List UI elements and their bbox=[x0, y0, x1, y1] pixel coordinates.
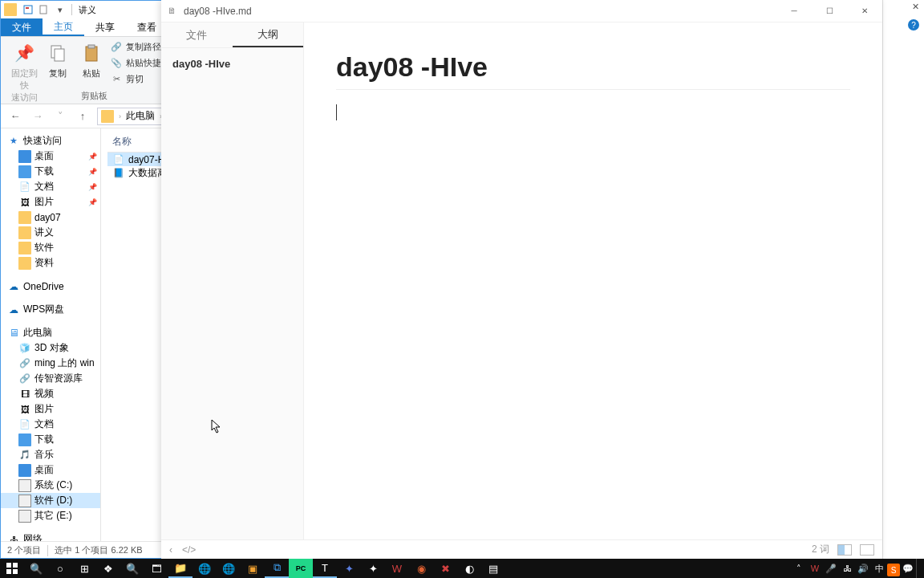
view-mode-icon[interactable] bbox=[860, 544, 874, 556]
navigation-pane[interactable]: ★快速访问 桌面📌 下载📌 📄文档📌 🖼图片📌 day07 讲义 软件 资料 ☁… bbox=[1, 128, 101, 541]
folder-icon bbox=[18, 211, 31, 224]
taskbar-app[interactable]: ▣ bbox=[241, 559, 265, 578]
sidebar-tabs: 文件 大纲 bbox=[161, 22, 303, 48]
taskbar-typora[interactable]: T bbox=[313, 559, 337, 578]
document-icon: 🗎 bbox=[168, 6, 179, 17]
svg-rect-2 bbox=[40, 6, 47, 14]
background-window-sliver: ✕ ? bbox=[882, 0, 924, 559]
typora-titlebar[interactable]: 🗎 day08 -HIve.md ─ ☐ ✕ bbox=[161, 0, 882, 22]
chevron-right-icon[interactable]: › bbox=[117, 112, 123, 120]
recent-dropdown[interactable]: ˅ bbox=[49, 107, 71, 126]
taskbar-app[interactable]: ▤ bbox=[481, 559, 505, 578]
editor-area[interactable]: day08 -HIve bbox=[304, 22, 882, 539]
tray-volume-icon[interactable]: 🔊 bbox=[855, 559, 871, 578]
close-button[interactable]: ✕ bbox=[847, 0, 882, 22]
breadcrumb-pc[interactable]: 此电脑 bbox=[123, 109, 158, 123]
taskbar-app[interactable]: W bbox=[385, 559, 409, 578]
maximize-button[interactable]: ☐ bbox=[812, 0, 847, 22]
tab-files[interactable]: 文件 bbox=[161, 22, 233, 47]
tray-icon[interactable]: W bbox=[807, 559, 823, 578]
taskview-button[interactable]: ⊞ bbox=[72, 559, 96, 578]
search-button[interactable]: 🔍 bbox=[24, 559, 48, 578]
tray-mic-icon[interactable]: 🎤 bbox=[823, 559, 839, 578]
nav-day07[interactable]: day07 bbox=[1, 210, 100, 225]
cortana-button[interactable]: ○ bbox=[48, 559, 72, 578]
nav-down2[interactable]: 下载 bbox=[1, 432, 100, 447]
nav-documents[interactable]: 📄文档📌 bbox=[1, 179, 100, 194]
taskbar-app[interactable]: ✦ bbox=[361, 559, 385, 578]
heading-1[interactable]: day08 -HIve bbox=[336, 51, 850, 90]
ribbon-group-label: 剪贴板 bbox=[4, 90, 184, 102]
nav-left-icon[interactable]: ‹ bbox=[169, 544, 172, 556]
nav-softd[interactable]: 软件 (D:) bbox=[1, 493, 100, 508]
nav-network[interactable]: 🖧网络 bbox=[1, 531, 100, 541]
folder-icon bbox=[4, 3, 17, 16]
nav-music[interactable]: 🎵音乐 bbox=[1, 447, 100, 462]
qat-new-icon[interactable] bbox=[38, 3, 51, 16]
tray-notifications-icon[interactable]: 💬 bbox=[900, 559, 916, 578]
taskbar-app[interactable]: 🗔 bbox=[144, 559, 168, 578]
nav-thispc[interactable]: 🖥此电脑 bbox=[1, 325, 100, 340]
taskbar-app[interactable]: ◉ bbox=[409, 559, 433, 578]
svg-rect-7 bbox=[6, 563, 11, 568]
help-icon[interactable]: ? bbox=[908, 19, 919, 31]
taskbar-app[interactable]: ◐ bbox=[457, 559, 481, 578]
taskbar-app[interactable]: ✖ bbox=[433, 559, 457, 578]
nav-3dobjects[interactable]: 🧊3D 对象 bbox=[1, 340, 100, 356]
tab-file[interactable]: 文件 bbox=[1, 18, 43, 36]
taskbar-explorer[interactable]: 📁 bbox=[168, 559, 192, 578]
tab-share[interactable]: 共享 bbox=[84, 18, 126, 36]
nav-chuanzhi[interactable]: 🔗传智资源库 bbox=[1, 371, 100, 386]
nav-desktop[interactable]: 桌面📌 bbox=[1, 149, 100, 164]
nav-ming[interactable]: 🔗ming 上的 win bbox=[1, 356, 100, 371]
nav-video[interactable]: 🎞视频 bbox=[1, 386, 100, 401]
pictures-icon: 🖼 bbox=[18, 196, 31, 209]
back-button[interactable]: ← bbox=[4, 107, 26, 126]
svg-rect-4 bbox=[55, 49, 64, 61]
nav-docs2[interactable]: 📄文档 bbox=[1, 417, 100, 432]
nav-quick-access[interactable]: ★快速访问 bbox=[1, 133, 100, 149]
nav-jiangyi[interactable]: 讲义 bbox=[1, 225, 100, 240]
close-icon[interactable]: ✕ bbox=[912, 2, 919, 12]
nav-sysc[interactable]: 系统 (C:) bbox=[1, 478, 100, 493]
nav-pictures[interactable]: 🖼图片📌 bbox=[1, 194, 100, 210]
qat-dropdown-icon[interactable]: ▾ bbox=[54, 3, 67, 16]
windows-taskbar[interactable]: 🔍 ○ ⊞ ❖ 🔍 🗔 📁 🌐 🌐 ▣ ⧉ PC T ✦ ✦ W ◉ ✖ ◐ ▤… bbox=[0, 559, 924, 578]
cut-icon: ✂ bbox=[110, 72, 123, 85]
word-count[interactable]: 2 词 bbox=[812, 543, 829, 556]
source-mode-icon[interactable]: </> bbox=[182, 544, 196, 556]
taskbar-app[interactable]: ✦ bbox=[337, 559, 361, 578]
qat-properties-icon[interactable] bbox=[22, 3, 34, 16]
tray-ime-icon[interactable]: 中 bbox=[871, 559, 887, 578]
pin-icon: 📌 bbox=[88, 168, 97, 176]
pin-icon: 📌 bbox=[88, 153, 97, 161]
nav-downloads[interactable]: 下载📌 bbox=[1, 164, 100, 179]
tray-network-icon[interactable]: 🖧 bbox=[839, 559, 855, 578]
nav-othere[interactable]: 其它 (E:) bbox=[1, 508, 100, 523]
documents-icon: 📄 bbox=[18, 418, 31, 431]
taskbar-vscode[interactable]: ⧉ bbox=[265, 559, 289, 578]
documents-icon: 📄 bbox=[18, 181, 31, 193]
taskbar-chrome[interactable]: 🌐 bbox=[192, 559, 217, 578]
outline-item[interactable]: day08 -HIve bbox=[161, 48, 303, 79]
taskbar-edge[interactable]: 🌐 bbox=[217, 559, 241, 578]
nav-wps[interactable]: ☁WPS网盘 bbox=[1, 302, 100, 317]
start-button[interactable] bbox=[0, 559, 24, 578]
nav-software[interactable]: 软件 bbox=[1, 240, 100, 255]
nav-ziliao[interactable]: 资料 bbox=[1, 255, 100, 271]
up-button[interactable]: ↑ bbox=[71, 107, 94, 126]
tray-sogou-icon[interactable]: S bbox=[887, 564, 900, 576]
nav-desk2[interactable]: 桌面 bbox=[1, 462, 100, 478]
tab-outline[interactable]: 大纲 bbox=[233, 22, 304, 47]
taskbar-pycharm[interactable]: PC bbox=[289, 559, 313, 578]
tray-chevron-up-icon[interactable]: ˄ bbox=[791, 559, 807, 578]
forward-button[interactable]: → bbox=[26, 107, 49, 126]
taskbar-app[interactable]: ❖ bbox=[96, 559, 120, 578]
nav-pics2[interactable]: 🖼图片 bbox=[1, 401, 100, 417]
minimize-button[interactable]: ─ bbox=[776, 0, 812, 22]
tab-home[interactable]: 主页 bbox=[43, 18, 84, 36]
show-desktop-button[interactable] bbox=[916, 559, 921, 578]
nav-onedrive[interactable]: ☁OneDrive bbox=[1, 279, 100, 294]
view-mode-icon[interactable] bbox=[837, 544, 852, 556]
taskbar-app[interactable]: 🔍 bbox=[120, 559, 144, 578]
